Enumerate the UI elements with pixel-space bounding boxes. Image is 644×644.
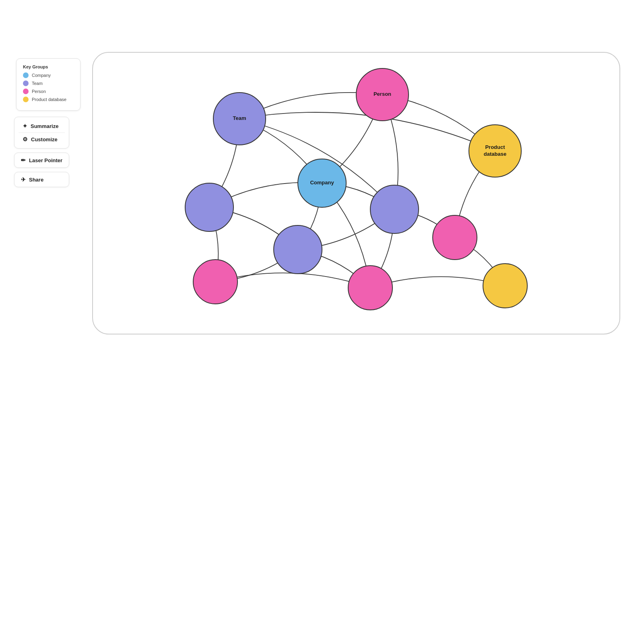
laser-pointer-group: ✏ Laser Pointer [14,153,69,168]
legend-label-person: Person [32,89,46,94]
node-team3[interactable] [370,185,419,233]
node-circle-person4 [348,266,392,310]
node-circle-team3 [370,185,419,233]
node-product-database[interactable]: Productdatabase [469,125,521,177]
legend-dot-team [23,80,29,86]
legend-label-product-database: Product database [32,97,66,102]
node-yellow2[interactable] [483,264,527,308]
node-circle-team4 [274,225,322,274]
laser-icon: ✏ [21,157,26,163]
node-circle-person2 [433,215,477,260]
graph-svg[interactable]: TeamPersonProductdatabaseCompany [89,48,628,346]
laser-pointer-button[interactable]: ✏ Laser Pointer [17,155,66,166]
node-circle-team1 [213,93,266,145]
node-team2[interactable] [185,183,233,231]
legend-label-company: Company [32,73,51,78]
legend-panel: Key Groups Company Team Person Product d… [16,58,80,111]
node-circle-team2 [185,183,233,231]
legend-dot-company [23,72,29,78]
legend-item-company: Company [23,72,74,78]
laser-pointer-label: Laser Pointer [29,157,62,163]
node-person2[interactable] [433,215,477,260]
node-circle-person3 [193,260,237,304]
node-circle-product-database [469,125,521,177]
legend-dot-product-database [23,97,29,102]
summarize-customize-group: ✦ Summarize ⚙ Customize [14,117,69,149]
customize-button[interactable]: ⚙ Customize [19,134,62,145]
node-person3[interactable] [193,260,237,304]
node-person4[interactable] [348,266,392,310]
node-person1[interactable]: Person [356,68,409,121]
legend-items: Company Team Person Product database [23,72,74,102]
summarize-button[interactable]: ✦ Summarize [19,120,62,132]
legend-item-product-database: Product database [23,97,74,102]
summarize-label: Summarize [31,123,58,129]
customize-icon: ⚙ [23,136,28,142]
share-label: Share [29,177,43,183]
share-icon: ✈ [21,176,26,183]
node-circle-yellow2 [483,264,527,308]
toolbar: ✦ Summarize ⚙ Customize ✏ Laser Pointer … [14,117,69,187]
customize-label: Customize [31,136,58,142]
edge-team1-product-database [239,112,495,151]
legend-dot-person [23,89,29,94]
share-group: ✈ Share [14,172,69,187]
legend-item-person: Person [23,89,74,94]
legend-item-team: Team [23,80,74,86]
node-team1[interactable]: Team [213,93,266,145]
legend-title: Key Groups [23,64,74,69]
graph-canvas[interactable]: TeamPersonProductdatabaseCompany [89,48,628,346]
node-circle-company [298,159,346,207]
node-team4[interactable] [274,225,322,274]
node-company[interactable]: Company [298,159,346,207]
share-button[interactable]: ✈ Share [17,174,47,185]
legend-label-team: Team [32,81,43,86]
toolbar-divider [19,132,65,133]
edge-person3-person4 [215,273,370,288]
summarize-icon: ✦ [23,123,27,129]
node-circle-person1 [356,68,409,121]
